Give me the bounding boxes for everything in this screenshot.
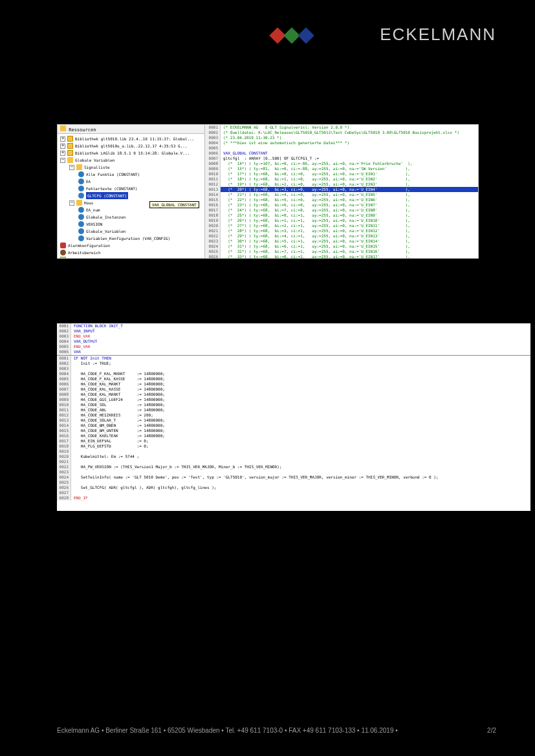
line-text: Set_GLTCFG( ADR( gltcfgl ), ADR( gltcfgh… [71,485,216,490]
code-line[interactable]: 0005 [205,146,478,151]
tree-alarmkonfig[interactable]: Alarmkonfiguration [60,242,203,249]
code-line[interactable]: 0003 [57,366,530,371]
code-line[interactable]: 0016 HA_CODE_KAELTEAK := 14800000; [57,433,530,438]
code-line[interactable]: 0026 (* 33*) ( ty:=68, bi:=0, ci:=2, ay:… [205,254,478,258]
code-line[interactable]: 0002(* Quelldatei: K:\LDC_Releases\GLT50… [205,130,478,135]
tree-item-selected[interactable]: GLTCFG (CONSTANT) [60,192,203,199]
code-line[interactable]: 0021 (* 28*) ( ty:=68, bi:=3, ci:=1, ay:… [205,228,478,233]
code-line[interactable]: 0014 HA_CODE_BM_OBEN := 14800000; [57,423,530,428]
code-line[interactable]: 0011 (* 18*) ( ty:=68, bi:=1, ci:=0, ay:… [205,177,478,182]
code-line[interactable]: 0020 Kabelmittel: Em := 5744 ; [57,454,530,459]
code-line[interactable]: 0007gltcfgl : ARRAY [0..500] OF GLTCFG1_… [205,156,478,161]
code-line[interactable]: 0027 [57,490,530,495]
line-number: 0003 [57,334,71,339]
code-line[interactable]: 0018 HA_FLG_DEFSTD := 0; [57,444,530,449]
code-line[interactable]: 0016 (* 23*) ( ty:=68, bi:=6, ci:=0, ay:… [205,202,478,208]
tree-lib[interactable]: +Bibliothek LAGlib 18.5.1 0 15:14:28: Gl… [60,149,203,157]
code-pane-gltcfg[interactable]: 0001(* ECKELMANN AG E-GLT Signalverzsl: … [205,125,478,258]
code-line[interactable]: 0009 (* 15*) ( ty:=81, bi:=0, ci:=-88, a… [205,166,478,171]
tree-item[interactable]: Alle Funktio (CONSTANT) [60,171,203,178]
code-line[interactable]: 0006VAR [57,349,530,354]
code-line[interactable]: 0024 SetTeilnInfo( name := 'GLT 5010 Dem… [57,475,530,480]
line-number: 0020 [205,223,221,228]
code-line[interactable]: 0011 HA_CODE_ABL := 14800000; [57,407,530,413]
code-line[interactable]: 0013 HA_CODE_SOLAR_T := 14800000; [57,418,530,423]
tree-globals[interactable]: −Globale Variablen [60,157,203,164]
tree-item[interactable]: Fehlertexte (CONSTANT) [60,185,203,192]
line-number: 0022 [205,233,221,239]
line-number: 0006 [57,349,71,354]
code-line[interactable]: 0019 (* 26*) ( ty:=68, bi:=1, ci:=1, ay:… [205,218,478,223]
code-line[interactable]: 0025 (* 32*) ( ty:=68, bi:=7, ci:=1, ay:… [205,249,478,254]
code-line[interactable]: 0004(* ***Dies ist eine automatisch gene… [205,140,478,146]
code-line[interactable]: 0005 HA_CODE_F_KAL_KASSE := 14800000; [57,376,530,382]
code-line[interactable]: 0002VAR_INPUT [57,329,530,334]
code-line[interactable]: 0022 (* 29*) ( ty:=68, bi:=4, ci:=1, ay:… [205,233,478,239]
code-line[interactable]: 0006 HA_CODE_KAL_MARKT := 14800000; [57,382,530,387]
line-number: 0008 [205,161,221,166]
tree-item[interactable]: VERSION [60,221,203,228]
code-line[interactable]: 0022 HA_FW_VERSION := (THIS_Version1 Maj… [57,464,530,470]
code-line[interactable]: 0008 HA_CODE_KAL_MARKT := 14800000; [57,392,530,397]
code-line[interactable]: 0012 HA_CODE_HEIZKREIS := 200; [57,413,530,418]
code-line[interactable]: 0015 (* 22*) ( ty:=68, bi:=5, ci:=0, ay:… [205,197,478,202]
tree-arbeitsbereich[interactable]: Arbeitsbereich [60,249,203,256]
code-line[interactable]: 0021 [57,459,530,464]
code-line[interactable]: 0004VAR_OUTPUT [57,339,530,344]
code-line[interactable]: 0001FUNCTION_BLOCK INIT_T [57,323,530,329]
line-text [71,459,74,464]
code-line[interactable]: 0023 (* 30*) ( ty:=68, bi:=5, ci:=1, ay:… [205,239,478,244]
implementation-pane[interactable]: 0001IF NOT Init THEN0002 Init := TRUE;00… [57,356,530,511]
tree-item[interactable]: Variablen_Konfiguration (VAR_CONFIG) [60,235,203,242]
tree-item[interactable]: EA [60,178,203,185]
line-number: 0019 [57,449,71,454]
code-line[interactable]: 0009 HA_CODE_GGS_LUEF24 := 14800000; [57,397,530,402]
line-text: (* 32*) ( ty:=68, bi:=7, ci:=1, ay:=255,… [221,249,410,254]
folder-icon [76,200,82,206]
code-line[interactable]: 0017 (* 24*) ( ty:=68, bi:=7, ci:=0, ay:… [205,208,478,213]
code-line[interactable]: 0018 (* 25*) ( ty:=68, bi:=0, ci:=1, ay:… [205,213,478,218]
tree-item[interactable]: Globale_Variablen [60,228,203,235]
code-line[interactable]: 0014 (* 21*) ( ty:=68, bi:=4, ci:=0, ay:… [205,192,478,197]
tree-lib[interactable]: +Bibliothek glt5010u_a.lib..22.12.17 4:3… [60,142,203,149]
tree-bibliotheksverwalter[interactable]: Bibliothekverwalter [60,256,203,258]
declaration-pane[interactable]: 0001FUNCTION_BLOCK INIT_T0002VAR_INPUT00… [57,323,530,356]
line-text: HA_EIN_DEFVAL := 0; [71,438,149,444]
code-line[interactable]: 0026 Set_GLTCFG( ADR( gltcfgl ), ADR( gl… [57,485,530,490]
code-line[interactable]: 0001(* ECKELMANN AG E-GLT Signalverzsl: … [205,125,478,130]
line-number: 0016 [57,433,71,438]
tree-signalliste[interactable]: −Signalliste [60,164,203,171]
code-line[interactable]: 0003(* 23.04.2019 11:30:23 *) [205,135,478,140]
code-line[interactable]: 0010 HA_CODE_SOL := 14800000; [57,402,530,407]
tree-item[interactable]: Globale_Instanzen [60,213,203,221]
code-line[interactable]: 0024 (* 31*) ( ty:=68, bi:=6, ci:=1, ay:… [205,244,478,249]
line-number: 0011 [57,407,71,413]
code-line[interactable]: 0005END_VAR [57,344,530,349]
code-line[interactable]: 0015 HA_CODE_BM_UNTEN := 14800000; [57,428,530,433]
code-line[interactable]: 0006VAR_GLOBAL CONSTANT [205,151,478,156]
code-line[interactable]: 0001IF NOT Init THEN [57,356,530,361]
tree-lib[interactable]: +Bibliothek glt5010.lib 23.4..19 11:15:3… [60,135,203,142]
code-line[interactable]: 0013 (* 20*) ( ty:=68, bi:=3, ci:=0, ay:… [205,187,478,192]
code-line[interactable]: 0017 HA_EIN_DEFVAL := 0; [57,438,530,444]
code-line[interactable]: 0010 (* 17*) ( ty:=68, bi:=0, ci:=0, ay:… [205,171,478,177]
line-text: VAR_OUTPUT [71,339,97,344]
line-number: 0014 [57,423,71,428]
line-text: VAR_GLOBAL CONSTANT [221,151,268,156]
code-line[interactable]: 0002 Init := TRUE; [57,361,530,366]
code-line[interactable]: 0019 [57,449,530,454]
code-line[interactable]: 0012 (* 19*) ( ty:=68, bi:=2, ci:=0, ay:… [205,182,478,187]
code-line[interactable]: 0007 HA_CODE_KAL_KASSE := 14800000; [57,387,530,392]
line-number: 0006 [57,382,71,387]
code-line[interactable]: 0028END_IF [57,495,530,501]
line-text [71,366,74,371]
code-line[interactable]: 0004 HA_CODE_F_KAL_MARKT := 14800000; [57,371,530,376]
code-line[interactable]: 0020 (* 27*) ( ty:=68, bi:=2, ci:=1, ay:… [205,223,478,228]
tree-title-label: Ressourcen [69,127,96,133]
line-number: 0001 [57,323,71,329]
code-line[interactable]: 0008 (* 14*) ( ty:=107, bi:=0, ci:=-86, … [205,161,478,166]
code-line[interactable]: 0023 [57,470,530,475]
code-line[interactable]: 0025 [57,480,530,485]
resource-tree[interactable]: +Bibliothek glt5010.lib 23.4..19 11:15:3… [58,134,204,258]
code-line[interactable]: 0003END_VAR [57,334,530,339]
